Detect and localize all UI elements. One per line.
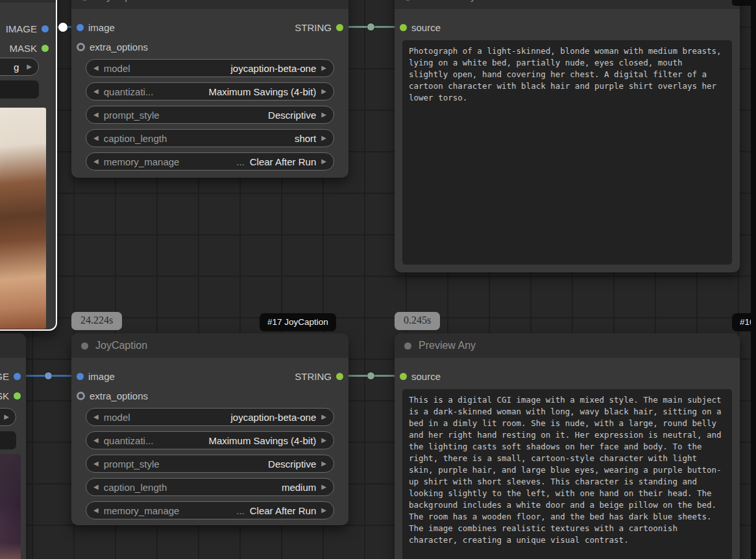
collapse-dot-icon[interactable] [404, 342, 411, 350]
caption-length-widget[interactable]: ◀ caption_length medium ▶ [86, 478, 334, 496]
string-output-dot[interactable] [336, 24, 343, 31]
optional-input-ring-icon[interactable] [77, 392, 85, 400]
collapse-dot-icon[interactable] [404, 0, 411, 1]
combo-left-arrow-icon[interactable]: ◀ [93, 484, 99, 490]
string-output-slot[interactable]: STRING [295, 367, 343, 385]
combo-right-arrow-icon[interactable]: ▶ [321, 507, 326, 514]
widget-label: quantizati... [104, 435, 154, 446]
collapse-dot-icon[interactable] [81, 342, 88, 350]
caption-text[interactable]: Photograph of a light-skinned, blonde wo… [402, 40, 732, 265]
combo-left-arrow-icon[interactable]: ◀ [93, 414, 99, 420]
widget-truncation: ... [236, 505, 245, 516]
widget-label: model [104, 63, 130, 74]
node-header[interactable]: Preview Any [395, 0, 740, 9]
image-output-slot[interactable]: IMAGE [0, 367, 21, 385]
widget-value: Clear After Run [250, 505, 317, 516]
link-midpoint-dot-selected[interactable] [58, 23, 67, 32]
prompt-style-widget[interactable]: ◀ prompt_style Descriptive ▶ [86, 455, 334, 473]
upload-widget[interactable] [0, 80, 39, 99]
combo-right-arrow-icon[interactable]: ▶ [321, 135, 326, 141]
node-header[interactable]: JoyCaption [71, 0, 348, 9]
image-output-dot[interactable] [42, 25, 49, 32]
node-graph-canvas[interactable]: IMAGE MASK g ▶ JoyCaption image STRING [0, 0, 756, 559]
mask-output-dot[interactable] [42, 45, 49, 52]
caption-text[interactable]: This is a digital CGI image with a mixed… [402, 389, 732, 559]
combo-right-arrow-icon[interactable]: ▶ [321, 65, 326, 71]
source-input-dot[interactable] [400, 373, 407, 380]
combo-left-arrow-icon[interactable]: ◀ [93, 135, 99, 141]
combo-right-arrow-icon[interactable]: ▶ [321, 158, 326, 165]
joycaption-node-17[interactable]: JoyCaption image STRING extra_options ◀ … [71, 333, 348, 525]
slot-label: image [88, 22, 115, 33]
mask-output-slot[interactable]: MASK [0, 387, 21, 405]
node-header[interactable] [0, 333, 26, 358]
optional-input-ring-icon[interactable] [77, 43, 85, 51]
combo-right-arrow-icon[interactable]: ▶ [321, 484, 326, 490]
combo-left-arrow-icon[interactable]: ◀ [93, 460, 99, 467]
preview-any-node-top[interactable]: Preview Any source Photograph of a light… [395, 0, 740, 272]
model-widget[interactable]: ◀ model joycaption-beta-one ▶ [86, 59, 334, 77]
preview-any-node-bottom[interactable]: Preview Any source This is a digital CGI… [395, 333, 740, 559]
execution-time-badge: 24.224s [71, 312, 122, 330]
slot-label: IMAGE [0, 371, 9, 382]
upload-widget[interactable] [0, 431, 16, 449]
combo-left-arrow-icon[interactable]: ◀ [93, 65, 99, 71]
combo-right-arrow-icon[interactable]: ▶ [321, 414, 326, 420]
combo-left-arrow-icon[interactable]: ◀ [93, 507, 99, 514]
source-input-dot[interactable] [400, 24, 407, 31]
memory-management-widget[interactable]: ◀ memory_manage ... Clear After Run ▶ [86, 152, 334, 171]
image-combo-widget[interactable]: ▶ [0, 408, 16, 426]
widget-value: Maximum Savings (4-bit) [208, 435, 316, 446]
node-title: Preview Any [419, 340, 476, 351]
quantization-widget[interactable]: ◀ quantizati... Maximum Savings (4-bit) … [86, 82, 334, 101]
image-output-dot[interactable] [14, 373, 21, 380]
combo-right-arrow-icon[interactable]: ▶ [321, 460, 326, 467]
prompt-style-widget[interactable]: ◀ prompt_style Descriptive ▶ [86, 106, 334, 124]
image-output-slot[interactable]: IMAGE [6, 19, 49, 38]
model-widget[interactable]: ◀ model joycaption-beta-one ▶ [86, 408, 334, 426]
combo-left-arrow-icon[interactable]: ◀ [93, 112, 99, 118]
image-input-slot[interactable]: image [77, 367, 115, 385]
link-midpoint-dot[interactable] [367, 23, 374, 30]
combo-right-arrow-icon[interactable]: ▶ [321, 88, 326, 95]
offscreen-node-edge[interactable] [751, 0, 756, 559]
source-input-slot[interactable]: source [400, 18, 441, 36]
widget-value: joycaption-beta-one [231, 63, 317, 74]
image-combo-widget[interactable]: g ▶ [0, 58, 39, 76]
node-header[interactable]: JoyCaption [71, 333, 348, 358]
slot-label: image [88, 371, 115, 382]
widget-label: memory_manage [104, 156, 180, 167]
combo-right-arrow-icon[interactable]: ▶ [321, 112, 326, 118]
quantization-widget[interactable]: ◀ quantizati... Maximum Savings (4-bit) … [86, 431, 334, 449]
combo-right-arrow-icon[interactable]: ▶ [321, 437, 326, 444]
source-input-slot[interactable]: source [400, 367, 441, 385]
mask-output-dot[interactable] [14, 392, 21, 399]
node-header[interactable]: Preview Any [395, 333, 740, 358]
combo-left-arrow-icon[interactable]: ◀ [93, 437, 99, 444]
image-input-dot[interactable] [77, 24, 84, 31]
node-header[interactable] [0, 0, 56, 3]
load-image-node-bottom[interactable]: IMAGE MASK ▶ [0, 333, 26, 559]
combo-right-arrow-icon[interactable]: ▶ [27, 64, 32, 70]
node-title: JoyCaption [95, 340, 147, 351]
combo-left-arrow-icon[interactable]: ◀ [93, 88, 99, 95]
image-input-slot[interactable]: image [77, 18, 115, 36]
joycaption-node-top[interactable]: JoyCaption image STRING extra_options ◀ … [71, 0, 348, 178]
string-output-slot[interactable]: STRING [295, 18, 343, 36]
string-output-dot[interactable] [336, 373, 343, 380]
mask-output-slot[interactable]: MASK [9, 39, 49, 57]
image-input-dot[interactable] [77, 373, 84, 380]
link-midpoint-dot[interactable] [45, 372, 52, 379]
combo-left-arrow-icon[interactable]: ◀ [93, 158, 99, 165]
caption-length-widget[interactable]: ◀ caption_length short ▶ [86, 129, 334, 147]
offscreen-node-badge [732, 0, 756, 6]
link-midpoint-dot[interactable] [367, 372, 374, 379]
collapse-dot-icon[interactable] [81, 0, 88, 1]
extra-options-input-slot[interactable]: extra_options [77, 38, 148, 56]
widget-value: Clear After Run [250, 156, 317, 167]
extra-options-input-slot[interactable]: extra_options [77, 387, 148, 405]
combo-right-arrow-icon[interactable]: ▶ [4, 414, 9, 420]
widget-value: medium [282, 482, 316, 493]
memory-management-widget[interactable]: ◀ memory_manage ... Clear After Run ▶ [86, 501, 334, 519]
load-image-node-top[interactable]: IMAGE MASK g ▶ [0, 0, 57, 331]
